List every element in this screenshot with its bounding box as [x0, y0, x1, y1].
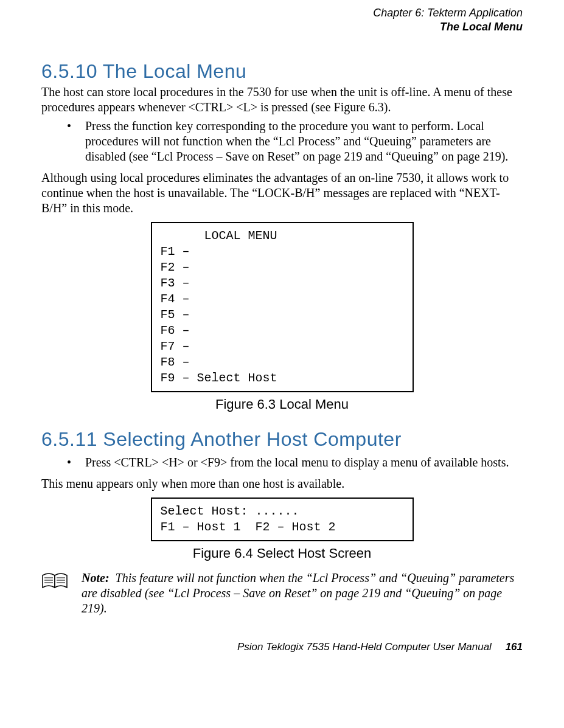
paragraph: The host can store local procedures in t… — [41, 85, 523, 115]
paragraph: This menu appears only when more than on… — [41, 476, 523, 491]
figure-6-3-screen: LOCAL MENU F1 – F2 – F3 – F4 – F5 – F6 –… — [151, 222, 414, 392]
running-header: Chapter 6: Tekterm Application The Local… — [41, 6, 523, 35]
book-icon — [41, 572, 69, 594]
figure-6-3-caption: Figure 6.3 Local Menu — [41, 396, 523, 413]
heading-6-5-11: 6.5.11 Selecting Another Host Computer — [41, 427, 523, 451]
running-header-section: The Local Menu — [41, 20, 523, 34]
note-body: This feature will not function when the … — [82, 571, 514, 615]
footer-title: Psion Teklogix 7535 Hand-Held Computer U… — [237, 641, 492, 653]
note-text: Note:This feature will not function when… — [78, 570, 523, 616]
list-item: Press <CTRL> <H> or <F9> from the local … — [41, 455, 523, 470]
paragraph: Although using local procedures eliminat… — [41, 170, 523, 216]
heading-6-5-10: 6.5.10 The Local Menu — [41, 59, 523, 83]
note-label: Note: — [82, 571, 110, 584]
page-footer: Psion Teklogix 7535 Hand-Held Computer U… — [41, 640, 523, 653]
list-item: Press the function key corresponding to … — [41, 119, 523, 164]
page-number: 161 — [506, 641, 523, 653]
figure-6-4-screen: Select Host: ...... F1 – Host 1 F2 – Hos… — [151, 497, 414, 541]
figure-6-4-caption: Figure 6.4 Select Host Screen — [41, 545, 523, 562]
note-block: Note:This feature will not function when… — [41, 570, 523, 616]
running-header-chapter: Chapter 6: Tekterm Application — [41, 6, 523, 20]
